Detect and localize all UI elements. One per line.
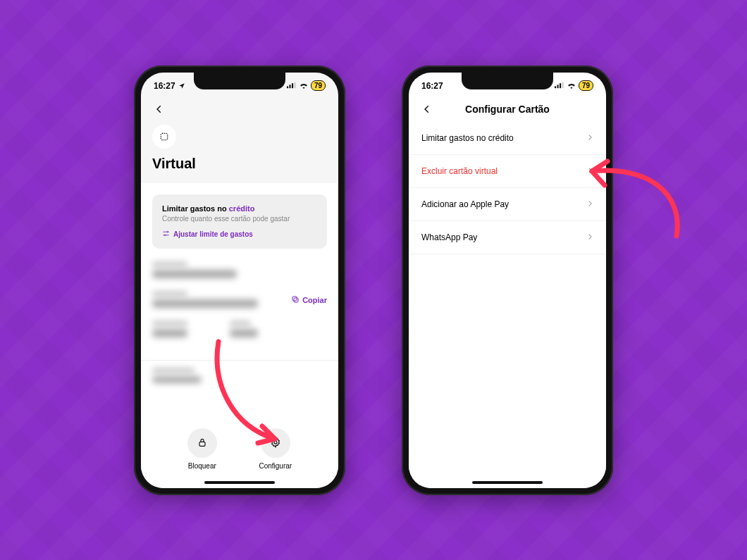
row-label: Excluir cartão virtual — [421, 166, 498, 176]
svg-rect-2 — [292, 83, 293, 88]
block-card-button[interactable]: Bloquear — [187, 428, 217, 470]
card-details-blurred: Copiar — [152, 261, 327, 350]
row-delete-virtual-card[interactable]: Excluir cartão virtual — [409, 155, 606, 188]
copy-button[interactable]: Copiar — [291, 295, 327, 305]
phone-mockup-1: 16:27 79 — [134, 66, 345, 495]
copy-label: Copiar — [302, 296, 327, 304]
back-button[interactable] — [151, 101, 168, 118]
svg-rect-12 — [557, 85, 558, 88]
limit-line1-pre: Limitar gastos no — [162, 204, 229, 213]
svg-rect-9 — [199, 442, 205, 446]
location-icon — [178, 82, 185, 89]
home-indicator — [204, 481, 275, 484]
wifi-icon — [299, 81, 309, 91]
divider — [141, 360, 338, 361]
nav-bar — [141, 97, 338, 122]
row-label: Limitar gastos no crédito — [421, 133, 514, 143]
configure-card-button[interactable]: Configurar — [259, 428, 292, 470]
row-label: WhatsApp Pay — [421, 232, 477, 242]
copy-icon — [291, 295, 300, 305]
page-title: Configurar Cartão — [419, 104, 596, 115]
row-label: Adicionar ao Apple Pay — [421, 199, 509, 209]
configure-label: Configurar — [259, 462, 292, 470]
svg-rect-13 — [560, 83, 561, 88]
chevron-right-icon — [586, 199, 593, 209]
svg-point-6 — [164, 234, 166, 235]
card-type-icon — [152, 125, 176, 149]
svg-rect-0 — [287, 86, 288, 88]
battery-level: 79 — [314, 82, 322, 89]
status-time: 16:27 — [154, 81, 175, 91]
phone-mockup-2: 16:27 79 Configurar Cartão Limitar gasto… — [402, 66, 613, 495]
card-type-title: Virtual — [152, 156, 327, 172]
svg-rect-7 — [294, 298, 298, 302]
svg-point-5 — [167, 231, 168, 232]
svg-rect-14 — [562, 82, 563, 87]
row-limit-spending[interactable]: Limitar gastos no crédito — [409, 122, 606, 155]
block-label: Bloquear — [188, 462, 216, 470]
svg-rect-1 — [289, 85, 290, 88]
notch — [462, 73, 553, 89]
adjust-limit-link[interactable]: Ajustar limite de gastos — [162, 230, 317, 239]
limit-spending-card[interactable]: Limitar gastos no crédito Controle quant… — [152, 194, 327, 249]
chevron-right-icon — [586, 232, 593, 242]
signal-icon — [287, 81, 297, 91]
lock-icon — [197, 437, 208, 449]
svg-rect-8 — [292, 297, 297, 301]
svg-rect-3 — [294, 82, 295, 87]
svg-rect-11 — [555, 86, 556, 88]
svg-rect-4 — [161, 133, 167, 139]
wifi-icon — [567, 81, 576, 91]
limit-line2: Controle quanto esse cartão pode gastar — [162, 215, 317, 223]
phone-screen-2: 16:27 79 Configurar Cartão Limitar gasto… — [409, 73, 606, 488]
battery-level: 79 — [582, 82, 590, 89]
limit-line1-credit: crédito — [229, 204, 255, 213]
phone-screen-1: 16:27 79 — [141, 73, 338, 488]
notch — [194, 73, 285, 89]
row-whatsapp-pay[interactable]: WhatsApp Pay — [409, 221, 606, 254]
svg-point-10 — [274, 441, 277, 444]
adjust-limit-label: Ajustar limite de gastos — [173, 230, 253, 238]
nav-bar: Configurar Cartão — [409, 97, 606, 122]
gear-icon — [270, 437, 281, 449]
row-add-apple-pay[interactable]: Adicionar ao Apple Pay — [409, 188, 606, 221]
battery-indicator: 79 — [311, 80, 326, 91]
battery-indicator: 79 — [579, 80, 593, 91]
home-indicator — [472, 481, 543, 484]
chevron-right-icon — [586, 166, 593, 176]
chevron-right-icon — [586, 133, 593, 143]
signal-icon — [555, 81, 564, 91]
sliders-icon — [162, 230, 170, 239]
status-time: 16:27 — [421, 81, 443, 91]
